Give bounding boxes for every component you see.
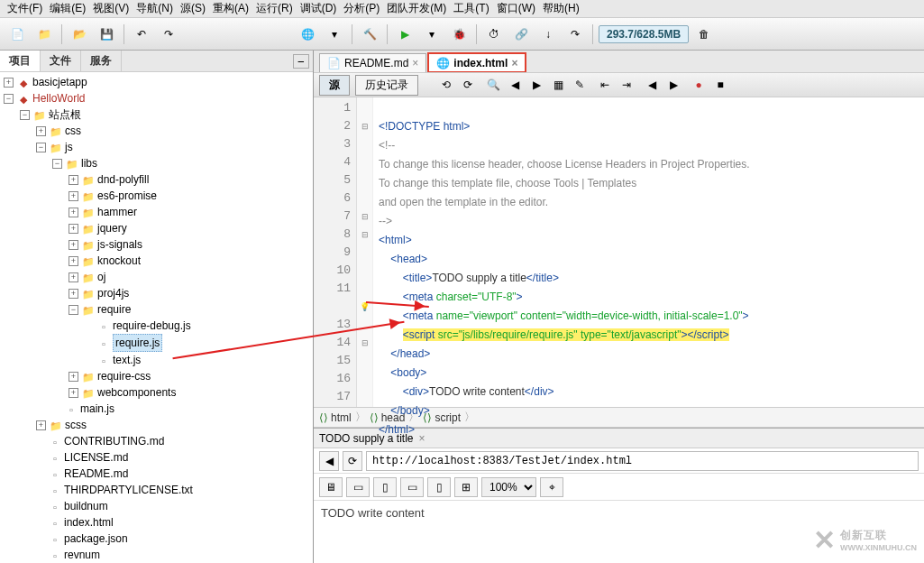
run-button[interactable]: ▶: [393, 23, 416, 46]
tree-buildnum[interactable]: ▫buildnum: [36, 498, 311, 514]
browser-menu-button[interactable]: ▾: [323, 23, 346, 46]
back-button[interactable]: ⟲: [436, 75, 456, 95]
prev-button[interactable]: ◀: [505, 75, 525, 95]
tree-scss[interactable]: +📁scss: [36, 417, 311, 433]
tree-requiredebug[interactable]: ▫require-debug.js: [85, 318, 311, 334]
save-all-button[interactable]: 💾: [95, 23, 118, 46]
undo-button[interactable]: ↶: [130, 23, 153, 46]
menu-navigate[interactable]: 导航(N): [133, 1, 177, 16]
shift-left-button[interactable]: ⇤: [595, 75, 615, 95]
menu-analyze[interactable]: 分析(P): [340, 1, 383, 16]
debug-button[interactable]: 🐞: [447, 23, 471, 46]
tree-revnum[interactable]: ▫revnum: [36, 547, 311, 563]
tree-thirdparty[interactable]: ▫THIRDPARTYLICENSE.txt: [36, 482, 311, 498]
code-editor[interactable]: 1234567891011 1314151617 ⊟⊟⊟💡⊟ <!DOCTYPE…: [314, 97, 924, 408]
menu-tools[interactable]: 工具(T): [450, 1, 492, 16]
tree-contributing[interactable]: ▫CONTRIBUTING.md: [36, 433, 311, 449]
preview-url-input[interactable]: [366, 451, 919, 471]
menu-help[interactable]: 帮助(H): [539, 1, 583, 16]
tree-jssignals[interactable]: +📁js-signals: [69, 236, 311, 253]
menu-run[interactable]: 运行(R): [252, 1, 297, 16]
macro-rec-button[interactable]: ●: [689, 75, 709, 95]
menu-file[interactable]: 文件(F): [4, 1, 46, 16]
tree-js[interactable]: −📁js −📁libs +📁dnd-polyfill +📁es6-promise…: [36, 139, 311, 417]
device-phone-button[interactable]: ▯: [373, 477, 397, 497]
tree-readme[interactable]: ▫README.md: [36, 466, 311, 482]
mode-history[interactable]: 历史记录: [355, 75, 418, 96]
build-button[interactable]: 🔨: [358, 23, 381, 46]
tab-projects[interactable]: 项目: [0, 51, 41, 71]
menu-refactor[interactable]: 重构(A): [209, 1, 252, 16]
preview-reload-button[interactable]: ⟳: [343, 451, 362, 471]
tree-site-root[interactable]: −📁站点根 +📁css −📁js −📁libs +📁dnd-polyfill: [20, 106, 311, 563]
browser-button[interactable]: 🌐: [296, 23, 319, 46]
tree-knockout[interactable]: +📁knockout: [69, 253, 311, 269]
inspect-button[interactable]: ⌖: [540, 477, 563, 497]
preview-back-button[interactable]: ◀: [319, 451, 339, 471]
new-project-button[interactable]: 📁: [32, 23, 56, 46]
gc-button[interactable]: 🗑: [692, 23, 716, 46]
tree-requirejs[interactable]: ▫require.js: [85, 334, 311, 352]
tree-dnd[interactable]: +📁dnd-polyfill: [69, 171, 311, 188]
minimize-panel-button[interactable]: ‒: [293, 54, 309, 69]
open-button[interactable]: 📂: [68, 23, 91, 46]
tree-project-helloworld[interactable]: −◆HelloWorld −📁站点根 +📁css −📁js −📁libs +📁: [4, 90, 311, 563]
tree-jquery[interactable]: +📁jquery: [69, 220, 311, 236]
menu-view[interactable]: 视图(V): [89, 1, 133, 16]
bookmark-prev-button[interactable]: ◀: [642, 75, 662, 95]
close-icon[interactable]: ×: [511, 57, 517, 69]
attach-button[interactable]: 🔗: [509, 23, 533, 46]
profile-button[interactable]: ⏱: [482, 23, 506, 46]
tree-libs[interactable]: −📁libs +📁dnd-polyfill +📁es6-promise +📁ha…: [52, 155, 311, 401]
tree-requirecss[interactable]: +📁require-css: [69, 368, 311, 384]
bookmark-next-button[interactable]: ▶: [663, 75, 683, 95]
tab-index[interactable]: 🌐 index.html ×: [428, 53, 526, 72]
tab-files[interactable]: 文件: [41, 51, 81, 71]
tab-services[interactable]: 服务: [81, 51, 122, 71]
macro-stop-button[interactable]: ■: [710, 75, 730, 95]
tree-hammer[interactable]: +📁hammer: [69, 204, 311, 220]
tree-css[interactable]: +📁css: [36, 123, 311, 139]
device-wide-button[interactable]: ▭: [400, 477, 424, 497]
menu-debug[interactable]: 调试(D): [297, 1, 341, 16]
device-narrow-button[interactable]: ▯: [427, 477, 451, 497]
device-tablet-button[interactable]: ▭: [346, 477, 370, 497]
tree-license[interactable]: ▫LICENSE.md: [36, 449, 311, 466]
redo-button[interactable]: ↷: [157, 23, 180, 46]
tree-indexhtml[interactable]: ▫index.html: [36, 514, 311, 531]
find-button[interactable]: 🔍: [483, 75, 503, 95]
mode-source[interactable]: 源: [319, 75, 350, 96]
comment-button[interactable]: ✎: [570, 75, 590, 95]
crumb-html[interactable]: ⟨⟩html: [319, 411, 352, 424]
device-custom-button[interactable]: ⊞: [454, 477, 478, 497]
step-button[interactable]: ↓: [536, 23, 560, 46]
menu-edit[interactable]: 编辑(E): [46, 1, 89, 16]
menu-team[interactable]: 团队开发(M): [383, 1, 450, 16]
close-icon[interactable]: ×: [412, 57, 418, 69]
tree-textjs[interactable]: ▫text.js: [85, 352, 311, 368]
tree-require[interactable]: −📁require ▫require-debug.js ▫require.js …: [69, 301, 311, 368]
run-menu-button[interactable]: ▾: [420, 23, 444, 46]
tree-mainjs[interactable]: ▫main.js: [52, 401, 311, 417]
forward-button[interactable]: ⟳: [458, 75, 478, 95]
tree-webcomponents[interactable]: +📁webcomponents: [69, 384, 311, 401]
fold-gutter[interactable]: ⊟⊟⊟💡⊟: [357, 97, 373, 407]
step-over-button[interactable]: ↷: [563, 23, 587, 46]
highlight-button[interactable]: ▦: [548, 75, 568, 95]
code-content[interactable]: <!DOCTYPE html> <!-- To change this lice…: [373, 97, 924, 407]
tree-packagejson[interactable]: ▫package.json: [36, 531, 311, 547]
new-file-button[interactable]: 📄: [5, 23, 29, 46]
project-tree[interactable]: +◆basicjetapp −◆HelloWorld −📁站点根 +📁css −…: [0, 72, 313, 563]
next-button[interactable]: ▶: [526, 75, 546, 95]
menu-source[interactable]: 源(S): [177, 1, 209, 16]
tab-readme[interactable]: 📄 README.md ×: [319, 53, 426, 72]
memory-indicator[interactable]: 293.7/628.5MB: [599, 25, 689, 43]
tree-es6[interactable]: +📁es6-promise: [69, 188, 311, 204]
shift-right-button[interactable]: ⇥: [617, 75, 636, 95]
tree-proj4js[interactable]: +📁proj4js: [69, 285, 311, 301]
menu-window[interactable]: 窗口(W): [493, 1, 539, 16]
tree-project-basicjetapp[interactable]: +◆basicjetapp: [4, 74, 311, 90]
device-desktop-button[interactable]: 🖥: [319, 477, 343, 497]
zoom-select[interactable]: 100%: [481, 477, 536, 497]
tree-oj[interactable]: +📁oj: [69, 269, 311, 285]
